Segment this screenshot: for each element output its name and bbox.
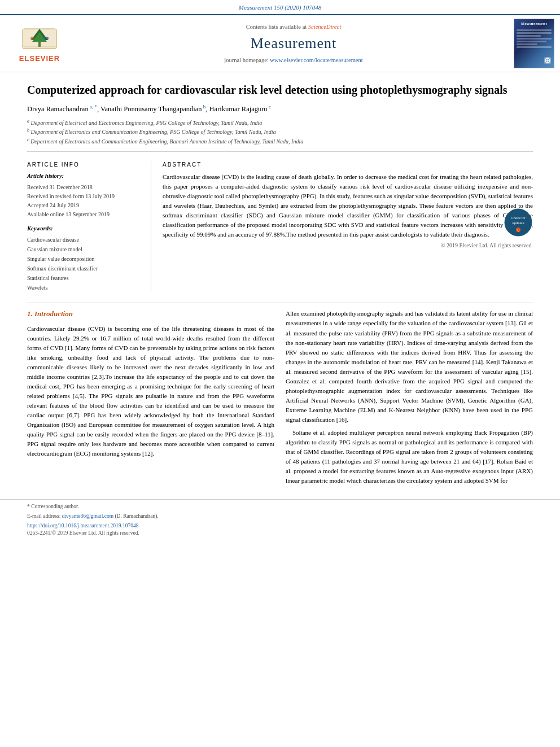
keywords-label: Keywords:: [27, 225, 143, 233]
keyword-1: Cardiovascular disease: [27, 235, 143, 244]
elsevier-label: ELSEVIER: [19, 54, 60, 64]
journal-header: ELSEVIER Contents lists available at Sci…: [0, 14, 560, 72]
elsevier-tree-icon: [20, 23, 59, 53]
contents-line: Contents lists available at ScienceDirec…: [246, 23, 342, 32]
accepted-date: Accepted 24 July 2019: [27, 201, 143, 210]
cover-thumbnail: Measurement: [514, 19, 554, 68]
svg-rect-1: [38, 41, 41, 47]
journal-name: Measurement: [251, 33, 337, 54]
footer-copyright: 0263-2241/© 2019 Elsevier Ltd. All right…: [27, 530, 533, 537]
svg-text:Check for: Check for: [511, 216, 526, 220]
affiliation-a: a Department of Electrical and Electroni…: [27, 118, 533, 127]
journal-title-block: Contents lists available at ScienceDirec…: [73, 19, 514, 68]
article-title: Computerized approach for cardiovascular…: [27, 82, 533, 98]
sciencedirect-link[interactable]: ScienceDirect: [308, 24, 342, 30]
svg-text:updates: updates: [512, 221, 524, 225]
abstract-panel: ABSTRACT Cardiovascular disease (CVD) is…: [163, 161, 533, 292]
author-2: Vanathi Ponnusamy Thangapandian: [100, 106, 202, 113]
online-date: Available online 13 September 2019: [27, 210, 143, 219]
keyword-3: Singular value decomposition: [27, 254, 143, 264]
intro-right-text: Allen examined photoplethysmography sign…: [286, 309, 533, 486]
abstract-heading: ABSTRACT: [163, 161, 533, 169]
keyword-6: Wavelets: [27, 283, 143, 292]
intro-right-col: Allen examined photoplethysmography sign…: [286, 309, 533, 489]
abstract-copyright: © 2019 Elsevier Ltd. All rights reserved…: [163, 242, 533, 250]
received-date: Received 31 December 2018: [27, 183, 143, 192]
homepage-line: journal homepage: www.elsevier.com/locat…: [224, 56, 362, 65]
intro-section: 1. Introduction Cardiovascular disease (…: [27, 309, 533, 489]
affiliations: a Department of Electrical and Electroni…: [27, 118, 533, 146]
corresponding-note: * Corresponding author.: [27, 503, 533, 510]
abstract-text: Cardiovascular disease (CVD) is the lead…: [163, 172, 533, 239]
check-update-badge: Check for updates ↻: [504, 208, 533, 237]
intro-left-text: Cardiovascular disease (CVD) is becoming…: [27, 324, 274, 459]
svg-point-4: [30, 37, 34, 40]
cover-icon: [544, 56, 552, 64]
keyword-5: Statistical features: [27, 273, 143, 283]
revised-date: Received in revised form 13 July 2019: [27, 192, 143, 201]
homepage-url[interactable]: www.elsevier.com/locate/measurement: [270, 57, 362, 63]
article-history-label: Article history:: [27, 172, 143, 181]
article-info-abstract: ARTICLE INFO Article history: Received 3…: [27, 161, 533, 292]
journal-ref: Measurement 150 (2020) 107048: [0, 0, 560, 14]
author-3: Harikumar Rajaguru: [209, 106, 268, 113]
doi-link[interactable]: https://doi.org/10.1016/j.measurement.20…: [27, 523, 138, 528]
keyword-2: Gaussian mixture model: [27, 244, 143, 254]
author-email[interactable]: divyame86@gmail.com: [62, 513, 113, 519]
authors-line: Divya Ramachandran a, *, Vanathi Ponnusa…: [27, 103, 533, 115]
email-note: E-mail address: divyame86@gmail.com (D. …: [27, 513, 533, 520]
section-divider: [27, 303, 533, 303]
affiliation-b: b Department of Electronics and Communic…: [27, 127, 533, 136]
article-info-heading: ARTICLE INFO: [27, 161, 143, 169]
elsevier-logo: ELSEVIER: [6, 19, 73, 68]
footer: * Corresponding author. E-mail address: …: [0, 499, 560, 540]
cover-thumb-title: Measurement: [521, 21, 548, 27]
svg-text:↻: ↻: [517, 229, 519, 232]
affiliation-c: c Department of Electronics and Communic…: [27, 137, 533, 146]
intro-title: 1. Introduction: [27, 309, 274, 319]
author-1: Divya Ramachandran: [27, 106, 89, 113]
svg-point-5: [45, 37, 49, 40]
intro-left-col: 1. Introduction Cardiovascular disease (…: [27, 309, 274, 489]
article-info-panel: ARTICLE INFO Article history: Received 3…: [27, 161, 151, 292]
keyword-4: Softmax discriminant classifier: [27, 264, 143, 273]
